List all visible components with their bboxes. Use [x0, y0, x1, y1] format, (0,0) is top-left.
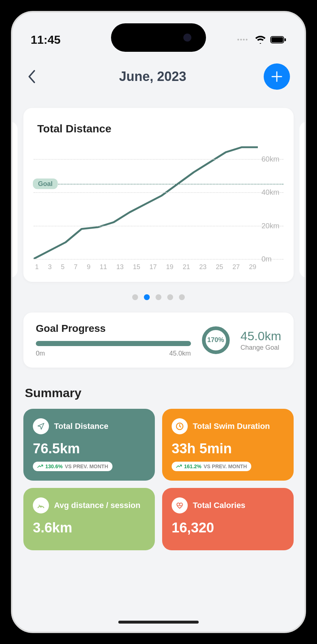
progress-min: 0m	[36, 350, 45, 357]
tile-label: Total Calories	[193, 501, 245, 510]
svg-rect-2	[284, 38, 286, 41]
goal-ring: 170%	[202, 326, 230, 354]
add-button[interactable]	[264, 63, 290, 90]
goal-value: 45.0km	[241, 329, 282, 343]
x-tick: 27	[232, 263, 240, 271]
x-tick: 29	[249, 263, 256, 271]
trend-up-icon	[176, 465, 182, 468]
svg-rect-1	[271, 37, 283, 42]
trend-up-icon	[37, 465, 43, 468]
device-notch	[111, 23, 206, 52]
x-tick: 3	[48, 263, 51, 271]
pager-dot[interactable]	[179, 294, 185, 300]
back-button[interactable]	[27, 69, 42, 84]
x-tick: 17	[149, 263, 157, 271]
goal-marker: Goal	[33, 179, 58, 189]
x-tick: 11	[100, 263, 107, 271]
tile-trend-badge: 161.2% VS PREV. MONTH	[172, 462, 251, 471]
x-tick: 9	[87, 263, 91, 271]
chart-title: Total Distance	[34, 123, 283, 135]
tile-value: 16,320	[172, 520, 284, 536]
x-tick: 1	[35, 263, 39, 271]
status-icons: ••••	[237, 33, 286, 47]
chart-x-axis: 1357911131517192123252729	[34, 263, 258, 271]
change-goal-link[interactable]: Change Goal	[241, 344, 282, 352]
tile-value: 3.6km	[33, 520, 145, 536]
goal-percent: 170%	[207, 336, 224, 344]
line-chart	[34, 142, 258, 259]
tile-avg-distance[interactable]: Avg distance / session 3.6km	[23, 488, 155, 550]
goal-progress-card: Goal Progress 0m 45.0km 170% 45.0km Chan…	[23, 313, 294, 368]
page-title: June, 2023	[119, 69, 186, 84]
total-distance-card[interactable]: Total Distance 0m20km40km60km Goal 13579…	[23, 108, 294, 282]
plus-icon	[271, 70, 283, 83]
wifi-icon	[255, 33, 266, 47]
gauge-icon	[33, 497, 49, 513]
carousel-peek-left[interactable]	[11, 122, 18, 278]
x-tick: 19	[166, 263, 173, 271]
summary-grid: Total Distance 76.5km 130.6% VS PREV. MO…	[23, 409, 294, 550]
progress-max: 45.0km	[169, 350, 191, 357]
chart-area: 0m20km40km60km Goal	[34, 142, 258, 259]
tile-label: Avg distance / session	[54, 501, 140, 510]
x-tick: 13	[116, 263, 123, 271]
tile-value: 33h 5min	[172, 441, 284, 457]
x-tick: 7	[74, 263, 77, 271]
tile-label: Total Distance	[54, 422, 108, 431]
tile-total-calories[interactable]: Total Calories 16,320	[162, 488, 294, 550]
summary-heading: Summary	[25, 386, 292, 400]
clock-icon	[172, 418, 188, 434]
tile-total-distance[interactable]: Total Distance 76.5km 130.6% VS PREV. MO…	[23, 409, 155, 481]
x-tick: 25	[216, 263, 223, 271]
pager-dot[interactable]	[156, 294, 161, 300]
tile-trend-badge: 130.6% VS PREV. MONTH	[33, 462, 112, 471]
page-indicator[interactable]	[12, 294, 305, 300]
tile-value: 76.5km	[33, 441, 145, 457]
progress-bar	[36, 341, 191, 346]
pager-dot[interactable]	[167, 294, 173, 300]
cellular-icon: ••••	[237, 36, 248, 43]
tile-swim-duration[interactable]: Total Swim Duration 33h 5min 161.2% VS P…	[162, 409, 294, 481]
navigation-icon	[33, 418, 49, 434]
goal-title: Goal Progress	[36, 323, 191, 334]
status-time: 11:45	[31, 33, 61, 47]
x-tick: 5	[61, 263, 65, 271]
battery-icon	[270, 33, 286, 47]
x-tick: 15	[133, 263, 140, 271]
heart-icon	[172, 497, 188, 513]
home-indicator[interactable]	[118, 621, 199, 624]
pager-dot[interactable]	[132, 294, 138, 300]
device-frame: 11:45 •••• June, 2023 Total Distance 0m2…	[11, 11, 306, 633]
x-tick: 23	[199, 263, 207, 271]
carousel-peek-right[interactable]	[299, 122, 306, 278]
tile-label: Total Swim Duration	[193, 422, 270, 431]
x-tick: 21	[183, 263, 190, 271]
pager-dot[interactable]	[144, 294, 150, 300]
